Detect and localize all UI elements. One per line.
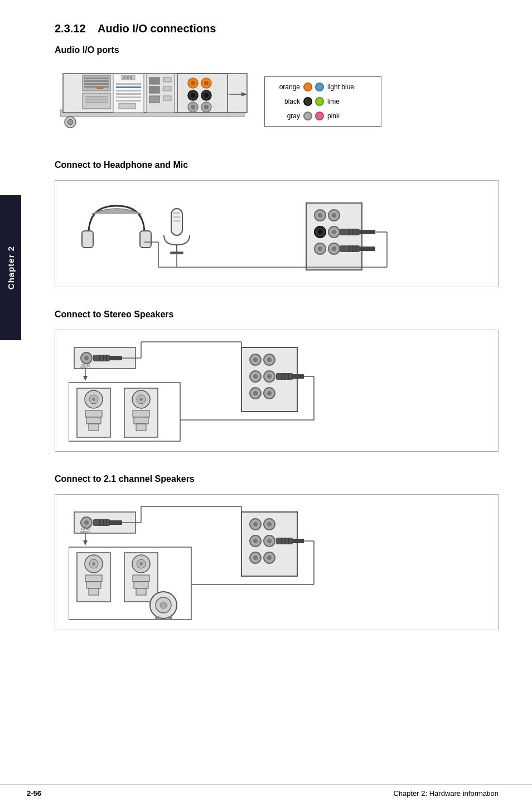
svg-point-102 xyxy=(92,398,95,401)
svg-rect-19 xyxy=(116,83,141,85)
svg-rect-123 xyxy=(292,374,304,379)
svg-point-161 xyxy=(139,562,143,566)
svg-rect-24 xyxy=(116,100,141,102)
svg-rect-28 xyxy=(149,86,159,93)
audio-io-ports-section: Audio I/O ports xyxy=(55,45,499,138)
21ch-section: Connect to 2.1 channel Speakers AUDIO IN… xyxy=(55,474,499,630)
legend-dots-orange xyxy=(303,83,324,91)
svg-point-128 xyxy=(253,391,258,395)
legend-dot-orange xyxy=(303,83,312,91)
svg-rect-155 xyxy=(85,575,102,582)
legend-dot-pink xyxy=(315,112,324,120)
svg-rect-8 xyxy=(84,86,109,88)
svg-rect-89 xyxy=(93,355,110,361)
svg-point-88 xyxy=(84,356,89,360)
footer-page-num: 2-56 xyxy=(27,789,41,798)
svg-rect-27 xyxy=(149,78,159,84)
page: Chapter 2 2.3.12 Audio I/O connections A… xyxy=(0,0,532,802)
svg-rect-112 xyxy=(136,424,146,431)
legend-label-lightblue: light blue xyxy=(324,83,360,91)
svg-rect-12 xyxy=(85,99,108,100)
svg-point-154 xyxy=(92,562,95,566)
legend-row-black: black lime xyxy=(273,97,373,106)
audio-io-ports-title: Audio I/O ports xyxy=(55,45,499,55)
section-title: 2.3.12 Audio I/O connections xyxy=(55,22,216,35)
21ch-diagram: AUDIO INPUTS xyxy=(55,494,499,630)
legend-row-gray: gray pink xyxy=(273,112,373,120)
svg-rect-142 xyxy=(109,520,122,525)
svg-rect-169 xyxy=(168,616,172,620)
21ch-svg: AUDIO INPUTS xyxy=(69,504,381,621)
svg-rect-122 xyxy=(276,373,293,380)
svg-rect-111 xyxy=(134,417,148,424)
footer-chapter: Chapter 2: Hardware information xyxy=(393,789,499,798)
svg-rect-22 xyxy=(116,93,141,95)
svg-rect-103 xyxy=(85,410,102,417)
svg-rect-52 xyxy=(173,216,180,218)
svg-rect-53 xyxy=(173,220,180,222)
svg-rect-6 xyxy=(84,80,109,82)
headphone-mic-title: Connect to Headphone and Mic xyxy=(55,160,499,170)
svg-point-109 xyxy=(139,398,143,401)
svg-rect-18 xyxy=(130,76,132,79)
svg-rect-30 xyxy=(163,86,171,91)
svg-rect-163 xyxy=(134,582,148,588)
svg-rect-90 xyxy=(109,356,122,360)
svg-point-37 xyxy=(204,81,209,85)
svg-point-119 xyxy=(253,374,258,379)
legend-label-orange: orange xyxy=(273,83,303,91)
svg-point-35 xyxy=(191,81,195,85)
svg-rect-10 xyxy=(83,93,110,109)
svg-point-68 xyxy=(332,230,336,234)
svg-rect-48 xyxy=(82,231,93,248)
svg-rect-179 xyxy=(276,538,293,544)
headphone-mic-diagram xyxy=(55,180,499,287)
svg-rect-49 xyxy=(140,231,151,248)
svg-rect-31 xyxy=(149,96,159,103)
svg-rect-162 xyxy=(133,575,149,582)
svg-point-62 xyxy=(318,213,322,218)
svg-point-115 xyxy=(253,357,258,362)
svg-point-178 xyxy=(267,539,272,543)
svg-point-176 xyxy=(253,539,258,543)
svg-rect-70 xyxy=(359,230,375,234)
svg-point-45 xyxy=(204,105,209,109)
svg-rect-51 xyxy=(173,212,180,214)
legend-dots-black xyxy=(303,97,324,106)
svg-point-64 xyxy=(332,213,336,218)
svg-point-117 xyxy=(267,357,272,362)
stereo-svg: AUDIO INPUTS xyxy=(69,339,381,442)
legend-label-black: black xyxy=(273,98,303,105)
svg-rect-13 xyxy=(85,102,108,103)
svg-rect-9 xyxy=(96,88,103,89)
sidebar: Chapter 2 xyxy=(0,195,21,340)
svg-rect-20 xyxy=(116,86,141,88)
legend-label-gray: gray xyxy=(273,112,303,120)
svg-point-121 xyxy=(267,374,272,379)
svg-point-43 xyxy=(191,105,195,109)
main-content: 2.3.12 Audio I/O connections Audio I/O p… xyxy=(21,0,532,686)
headphone-mic-svg xyxy=(72,192,395,276)
svg-rect-29 xyxy=(163,78,171,82)
legend-dot-lime xyxy=(315,97,324,106)
svg-rect-104 xyxy=(86,417,101,424)
svg-rect-168 xyxy=(155,616,159,620)
svg-point-172 xyxy=(253,522,258,526)
svg-point-174 xyxy=(267,522,272,526)
svg-point-185 xyxy=(253,555,258,560)
legend-row-orange: orange light blue xyxy=(273,83,373,91)
svg-rect-32 xyxy=(163,96,171,100)
svg-rect-156 xyxy=(86,582,101,588)
stereo-diagram: AUDIO INPUTS xyxy=(55,330,499,452)
svg-point-3 xyxy=(67,119,73,125)
svg-point-77 xyxy=(332,247,336,251)
svg-rect-5 xyxy=(84,78,109,79)
svg-point-66 xyxy=(318,230,322,234)
svg-marker-97 xyxy=(83,376,88,381)
audio-ports-diagram: orange light blue black xyxy=(55,65,499,138)
svg-point-41 xyxy=(204,93,209,98)
port-legend: orange light blue black xyxy=(264,76,381,127)
legend-dot-black xyxy=(303,97,312,106)
svg-rect-105 xyxy=(89,424,99,431)
svg-rect-17 xyxy=(127,76,129,79)
